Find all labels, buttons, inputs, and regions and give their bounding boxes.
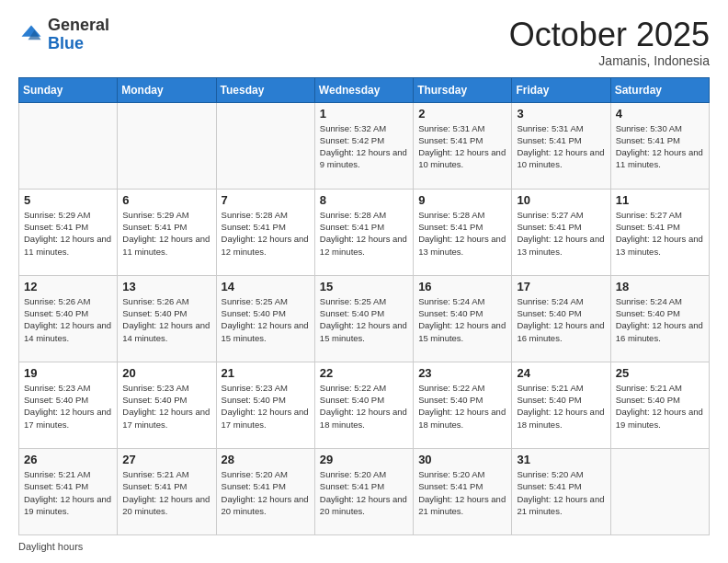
weekday-header-tuesday: Tuesday (216, 77, 314, 102)
day-number: 9 (418, 193, 506, 207)
calendar-cell: 21Sunrise: 5:23 AM Sunset: 5:40 PM Dayli… (216, 362, 314, 448)
calendar-cell: 19Sunrise: 5:23 AM Sunset: 5:40 PM Dayli… (19, 362, 118, 448)
month-title: October 2025 (509, 17, 710, 53)
calendar-week-row: 12Sunrise: 5:26 AM Sunset: 5:40 PM Dayli… (19, 275, 710, 362)
cell-info: Sunrise: 5:28 AM Sunset: 5:41 PM Dayligh… (320, 209, 408, 258)
day-number: 2 (418, 107, 506, 121)
weekday-header-thursday: Thursday (414, 77, 512, 102)
cell-info: Sunrise: 5:21 AM Sunset: 5:40 PM Dayligh… (517, 382, 605, 431)
weekday-header-wednesday: Wednesday (314, 77, 413, 102)
cell-info: Sunrise: 5:30 AM Sunset: 5:41 PM Dayligh… (616, 122, 704, 171)
logo: General Blue (18, 17, 109, 53)
calendar-cell: 13Sunrise: 5:26 AM Sunset: 5:40 PM Dayli… (118, 275, 216, 362)
day-number: 19 (24, 366, 112, 380)
calendar-cell (118, 102, 216, 189)
calendar-cell: 15Sunrise: 5:25 AM Sunset: 5:40 PM Dayli… (314, 275, 413, 362)
calendar-cell: 9Sunrise: 5:28 AM Sunset: 5:41 PM Daylig… (414, 189, 512, 275)
calendar-cell: 26Sunrise: 5:21 AM Sunset: 5:41 PM Dayli… (19, 448, 118, 534)
day-number: 23 (418, 366, 506, 380)
calendar-body: 1Sunrise: 5:32 AM Sunset: 5:42 PM Daylig… (19, 102, 710, 534)
weekday-header-monday: Monday (118, 77, 216, 102)
calendar-cell: 1Sunrise: 5:32 AM Sunset: 5:42 PM Daylig… (314, 102, 413, 189)
weekday-header-saturday: Saturday (610, 77, 709, 102)
calendar-cell: 18Sunrise: 5:24 AM Sunset: 5:40 PM Dayli… (610, 275, 709, 362)
calendar-cell: 31Sunrise: 5:20 AM Sunset: 5:41 PM Dayli… (512, 448, 610, 534)
location-subtitle: Jamanis, Indonesia (509, 53, 710, 68)
day-number: 22 (320, 366, 408, 380)
day-number: 20 (122, 366, 210, 380)
day-number: 28 (222, 453, 310, 466)
day-number: 14 (222, 280, 310, 293)
cell-info: Sunrise: 5:23 AM Sunset: 5:40 PM Dayligh… (222, 382, 310, 431)
day-number: 26 (24, 453, 112, 466)
weekday-header-sunday: Sunday (19, 77, 118, 102)
calendar-cell: 29Sunrise: 5:20 AM Sunset: 5:41 PM Dayli… (314, 448, 413, 534)
day-number: 6 (122, 193, 210, 207)
calendar-week-row: 5Sunrise: 5:29 AM Sunset: 5:41 PM Daylig… (19, 189, 710, 275)
day-number: 15 (320, 280, 408, 293)
calendar-cell: 10Sunrise: 5:27 AM Sunset: 5:41 PM Dayli… (512, 189, 610, 275)
calendar-cell: 25Sunrise: 5:21 AM Sunset: 5:40 PM Dayli… (610, 362, 709, 448)
calendar-cell: 12Sunrise: 5:26 AM Sunset: 5:40 PM Dayli… (19, 275, 118, 362)
cell-info: Sunrise: 5:26 AM Sunset: 5:40 PM Dayligh… (122, 295, 210, 344)
day-number: 12 (24, 280, 112, 293)
cell-info: Sunrise: 5:29 AM Sunset: 5:41 PM Dayligh… (122, 209, 210, 258)
calendar-week-row: 1Sunrise: 5:32 AM Sunset: 5:42 PM Daylig… (19, 102, 710, 189)
calendar-cell: 7Sunrise: 5:28 AM Sunset: 5:41 PM Daylig… (216, 189, 314, 275)
calendar-cell (216, 102, 314, 189)
calendar-cell: 11Sunrise: 5:27 AM Sunset: 5:41 PM Dayli… (610, 189, 709, 275)
day-number: 24 (517, 366, 605, 380)
calendar-cell: 3Sunrise: 5:31 AM Sunset: 5:41 PM Daylig… (512, 102, 610, 189)
day-number: 31 (517, 453, 605, 466)
cell-info: Sunrise: 5:28 AM Sunset: 5:41 PM Dayligh… (222, 209, 310, 258)
calendar-cell: 17Sunrise: 5:24 AM Sunset: 5:40 PM Dayli… (512, 275, 610, 362)
calendar-table: SundayMondayTuesdayWednesdayThursdayFrid… (18, 77, 710, 535)
calendar-cell: 30Sunrise: 5:20 AM Sunset: 5:41 PM Dayli… (414, 448, 512, 534)
calendar-cell: 20Sunrise: 5:23 AM Sunset: 5:40 PM Dayli… (118, 362, 216, 448)
calendar-cell: 2Sunrise: 5:31 AM Sunset: 5:41 PM Daylig… (414, 102, 512, 189)
day-number: 30 (418, 453, 506, 466)
cell-info: Sunrise: 5:21 AM Sunset: 5:41 PM Dayligh… (24, 468, 112, 517)
calendar-cell (610, 448, 709, 534)
logo-blue-text: Blue (48, 35, 109, 53)
cell-info: Sunrise: 5:31 AM Sunset: 5:41 PM Dayligh… (418, 122, 506, 171)
day-number: 7 (222, 193, 310, 207)
calendar-header: SundayMondayTuesdayWednesdayThursdayFrid… (19, 77, 710, 102)
cell-info: Sunrise: 5:25 AM Sunset: 5:40 PM Dayligh… (320, 295, 408, 344)
cell-info: Sunrise: 5:20 AM Sunset: 5:41 PM Dayligh… (320, 468, 408, 517)
cell-info: Sunrise: 5:20 AM Sunset: 5:41 PM Dayligh… (222, 468, 310, 517)
page: General Blue October 2025 Jamanis, Indon… (0, 0, 728, 563)
svg-marker-0 (22, 25, 41, 36)
cell-info: Sunrise: 5:21 AM Sunset: 5:41 PM Dayligh… (122, 468, 210, 517)
cell-info: Sunrise: 5:20 AM Sunset: 5:41 PM Dayligh… (517, 468, 605, 517)
day-number: 25 (616, 366, 704, 380)
calendar-cell: 23Sunrise: 5:22 AM Sunset: 5:40 PM Dayli… (414, 362, 512, 448)
cell-info: Sunrise: 5:23 AM Sunset: 5:40 PM Dayligh… (24, 382, 112, 431)
calendar-cell: 4Sunrise: 5:30 AM Sunset: 5:41 PM Daylig… (610, 102, 709, 189)
cell-info: Sunrise: 5:25 AM Sunset: 5:40 PM Dayligh… (222, 295, 310, 344)
cell-info: Sunrise: 5:28 AM Sunset: 5:41 PM Dayligh… (418, 209, 506, 258)
cell-info: Sunrise: 5:26 AM Sunset: 5:40 PM Dayligh… (24, 295, 112, 344)
cell-info: Sunrise: 5:20 AM Sunset: 5:41 PM Dayligh… (418, 468, 506, 517)
calendar-week-row: 26Sunrise: 5:21 AM Sunset: 5:41 PM Dayli… (19, 448, 710, 534)
calendar-cell: 24Sunrise: 5:21 AM Sunset: 5:40 PM Dayli… (512, 362, 610, 448)
weekday-header-friday: Friday (512, 77, 610, 102)
day-number: 11 (616, 193, 704, 207)
title-block: October 2025 Jamanis, Indonesia (509, 17, 710, 68)
cell-info: Sunrise: 5:27 AM Sunset: 5:41 PM Dayligh… (616, 209, 704, 258)
cell-info: Sunrise: 5:24 AM Sunset: 5:40 PM Dayligh… (517, 295, 605, 344)
day-number: 16 (418, 280, 506, 293)
day-number: 3 (517, 107, 605, 121)
day-number: 27 (122, 453, 210, 466)
day-number: 10 (517, 193, 605, 207)
daylight-label: Daylight hours (18, 541, 83, 552)
logo-general-text: General (48, 17, 109, 35)
day-number: 17 (517, 280, 605, 293)
day-number: 21 (222, 366, 310, 380)
day-number: 8 (320, 193, 408, 207)
calendar-cell: 14Sunrise: 5:25 AM Sunset: 5:40 PM Dayli… (216, 275, 314, 362)
cell-info: Sunrise: 5:21 AM Sunset: 5:40 PM Dayligh… (616, 382, 704, 431)
cell-info: Sunrise: 5:24 AM Sunset: 5:40 PM Dayligh… (616, 295, 704, 344)
cell-info: Sunrise: 5:27 AM Sunset: 5:41 PM Dayligh… (517, 209, 605, 258)
cell-info: Sunrise: 5:22 AM Sunset: 5:40 PM Dayligh… (320, 382, 408, 431)
